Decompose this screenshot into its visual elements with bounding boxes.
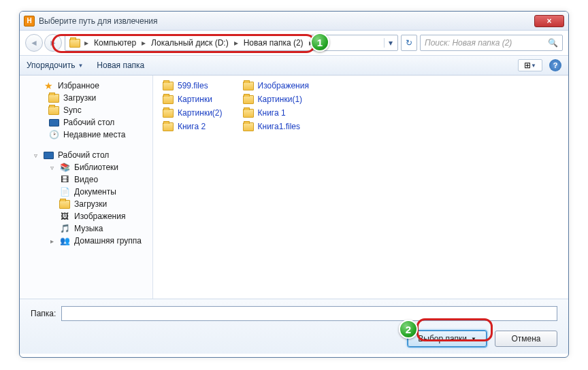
app-icon: H <box>24 16 35 27</box>
desktop-icon <box>43 150 54 160</box>
sidebar-item[interactable]: 📄Документы <box>20 186 152 198</box>
folder-icon <box>163 122 174 131</box>
new-folder-button[interactable]: Новая папка <box>97 61 144 70</box>
view-mode-button[interactable]: ⊞ ▼ <box>518 59 542 71</box>
chevron-down-icon: ▼ <box>78 63 83 69</box>
folder-icon <box>243 81 254 90</box>
chevron-down-icon: ▼ <box>531 63 536 69</box>
sidebar-item[interactable]: Загрузки <box>20 198 152 210</box>
search-input[interactable]: Поиск: Новая папка (2) 🔍 <box>420 35 563 51</box>
list-item[interactable]: Книга1.files <box>243 122 309 131</box>
sidebar-libraries[interactable]: ▿📚Библиотеки <box>20 161 152 173</box>
annotation-callout-1: 1 <box>310 33 329 52</box>
window-title: Выберите путь для извлечения <box>39 16 534 26</box>
star-icon: ★ <box>43 81 54 90</box>
chevron-right-icon[interactable]: ▸ <box>83 38 90 48</box>
sidebar-item[interactable]: 🖼Изображения <box>20 210 152 222</box>
folder-icon <box>163 108 174 118</box>
folder-icon <box>243 108 254 118</box>
library-icon: 📚 <box>59 163 70 172</box>
sidebar-item[interactable]: Рабочий стол <box>20 116 152 129</box>
list-item[interactable]: Книга 1 <box>243 108 309 118</box>
breadcrumb-seg[interactable]: Новая папка (2) <box>240 38 308 48</box>
help-button[interactable]: ? <box>549 59 561 71</box>
folder-icon <box>59 199 70 209</box>
recent-icon: 🕑 <box>48 130 59 139</box>
folder-icon <box>69 38 80 48</box>
chevron-right-icon[interactable]: ▸ <box>233 38 240 48</box>
breadcrumb-seg[interactable]: Локальный диск (D:) <box>147 38 233 48</box>
sidebar: ★Избранное Загрузки Sync Рабочий стол 🕑Н… <box>20 75 153 299</box>
folder-label: Папка: <box>31 309 56 318</box>
search-placeholder: Поиск: Новая папка (2) <box>425 38 548 48</box>
folder-icon <box>243 95 254 104</box>
refresh-button[interactable]: ↻ <box>401 35 417 51</box>
folder-icon <box>163 81 174 90</box>
select-folder-button[interactable]: Выбор папки▼ <box>408 331 487 347</box>
sidebar-item[interactable]: 🎵Музыка <box>20 222 152 235</box>
navigation-bar: ◄ ► ▸ Компьютер ▸ Локальный диск (D:) ▸ … <box>20 31 568 55</box>
sidebar-item[interactable]: 🎞Видео <box>20 173 152 186</box>
sidebar-item[interactable]: 🕑Недавние места <box>20 129 152 141</box>
breadcrumb-seg[interactable]: Компьютер <box>90 38 140 48</box>
cancel-button[interactable]: Отмена <box>495 331 557 347</box>
list-item[interactable]: Изображения <box>243 81 309 90</box>
homegroup-icon: 👥 <box>59 236 70 246</box>
organize-button[interactable]: Упорядочить▼ <box>27 61 83 70</box>
list-item[interactable]: Картинки <box>163 95 223 104</box>
forward-button[interactable]: ► <box>44 34 62 52</box>
chevron-right-icon[interactable]: ▸ <box>140 38 147 48</box>
back-button[interactable]: ◄ <box>25 34 43 52</box>
sidebar-favorites[interactable]: ★Избранное <box>20 80 152 92</box>
annotation-callout-2: 2 <box>399 320 418 339</box>
body: ★Избранное Загрузки Sync Рабочий стол 🕑Н… <box>20 75 568 299</box>
folder-picker-dialog: H Выберите путь для извлечения × ◄ ► ▸ К… <box>19 11 569 358</box>
sidebar-desktop[interactable]: ▿Рабочий стол <box>20 149 152 161</box>
image-icon: 🖼 <box>59 212 70 221</box>
sidebar-item[interactable]: Sync <box>20 104 152 116</box>
folder-icon <box>163 95 174 104</box>
list-item[interactable]: Картинки(1) <box>243 95 309 104</box>
sidebar-homegroup[interactable]: ▸👥Домашняя группа <box>20 235 152 247</box>
folder-name-input[interactable] <box>61 306 557 321</box>
close-button[interactable]: × <box>534 15 564 27</box>
folder-icon <box>243 122 254 131</box>
document-icon: 📄 <box>59 187 70 197</box>
file-list: 599.files Картинки Картинки(2) Книга 2 И… <box>153 75 568 299</box>
grid-icon: ⊞ <box>524 61 531 70</box>
folder-icon <box>48 105 59 115</box>
sidebar-item[interactable]: Загрузки <box>20 92 152 104</box>
titlebar: H Выберите путь для извлечения × <box>20 12 568 31</box>
video-icon: 🎞 <box>59 175 70 184</box>
list-item[interactable]: 599.files <box>163 81 223 90</box>
list-item[interactable]: Картинки(2) <box>163 108 223 118</box>
refresh-icon: ↻ <box>406 38 412 48</box>
folder-icon <box>48 93 59 103</box>
list-item[interactable]: Книга 2 <box>163 122 223 131</box>
desktop-icon <box>48 118 59 127</box>
breadcrumb-dropdown[interactable]: ▾ <box>384 38 396 48</box>
toolbar: Упорядочить▼ Новая папка ⊞ ▼ ? <box>20 55 568 75</box>
search-icon: 🔍 <box>548 38 558 48</box>
breadcrumb[interactable]: ▸ Компьютер ▸ Локальный диск (D:) ▸ Нова… <box>65 35 398 51</box>
music-icon: 🎵 <box>59 224 70 233</box>
bottom-panel: Папка: Выбор папки▼ Отмена <box>20 299 568 354</box>
